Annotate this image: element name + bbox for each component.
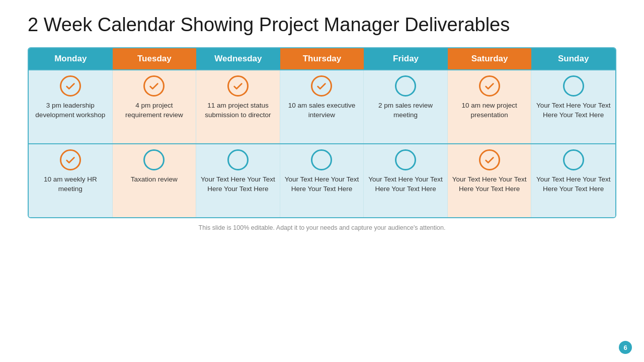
slide-number: 6 (619, 341, 632, 354)
cell-text: 3 pm leadership development workshop (33, 101, 108, 120)
cell-text: 11 am project status submission to direc… (200, 101, 276, 120)
cell-text: 2 pm sales review meeting (368, 101, 443, 120)
cell-text: Your Text Here Your Text Here Your Text … (535, 101, 611, 120)
table-cell: Your Text Here Your Text Here Your Text … (448, 144, 532, 217)
cell-text: Your Text Here Your Text Here Your Text … (368, 174, 443, 194)
table-cell: 2 pm sales review meeting (364, 70, 448, 143)
cell-text: Your Text Here Your Text Here Your Text … (535, 174, 611, 194)
table-cell: Your Text Here Your Text Here Your Text … (531, 70, 615, 143)
header-cell-tuesday: Tuesday (113, 48, 197, 69)
table-cell: 10 am sales executive interview (280, 70, 364, 143)
cell-text: Your Text Here Your Text Here Your Text … (452, 174, 527, 194)
header-cell-thursday: Thursday (280, 48, 364, 69)
cell-text: Your Text Here Your Text Here Your Text … (200, 174, 276, 194)
table-cell: 4 pm project requirement review (113, 70, 197, 143)
cell-text: 10 am sales executive interview (284, 101, 360, 120)
table-cell: Your Text Here Your Text Here Your Text … (196, 144, 280, 217)
cell-text: Your Text Here Your Text Here Your Text … (284, 174, 360, 194)
cell-text: 10 am new project presentation (452, 101, 527, 120)
table-cell: Your Text Here Your Text Here Your Text … (364, 144, 448, 217)
cell-text: 10 am weekly HR meeting (33, 174, 108, 194)
header-cell-friday: Friday (364, 48, 448, 69)
footer-note: This slide is 100% editable. Adapt it to… (28, 224, 616, 231)
cell-text: Taxation review (131, 174, 178, 185)
calendar-row-2: 10 am weekly HR meetingTaxation reviewYo… (29, 143, 615, 217)
calendar: MondayTuesdayWednesdayThursdayFridaySatu… (28, 47, 616, 218)
header-cell-saturday: Saturday (448, 48, 532, 69)
table-cell: 3 pm leadership development workshop (29, 70, 113, 143)
header-cell-monday: Monday (29, 48, 113, 69)
table-cell: Taxation review (113, 144, 197, 217)
table-cell: 10 am weekly HR meeting (29, 144, 113, 217)
table-cell: 11 am project status submission to direc… (196, 70, 280, 143)
header-cell-sunday: Sunday (531, 48, 615, 69)
table-cell: Your Text Here Your Text Here Your Text … (531, 144, 615, 217)
calendar-header: MondayTuesdayWednesdayThursdayFridaySatu… (29, 48, 615, 69)
cell-text: 4 pm project requirement review (117, 101, 192, 120)
header-cell-wednesday: Wednesday (196, 48, 280, 69)
page-title: 2 Week Calendar Showing Project Manager … (28, 14, 616, 36)
calendar-row-1: 3 pm leadership development workshop 4 p… (29, 69, 615, 143)
table-cell: Your Text Here Your Text Here Your Text … (280, 144, 364, 217)
table-cell: 10 am new project presentation (448, 70, 532, 143)
